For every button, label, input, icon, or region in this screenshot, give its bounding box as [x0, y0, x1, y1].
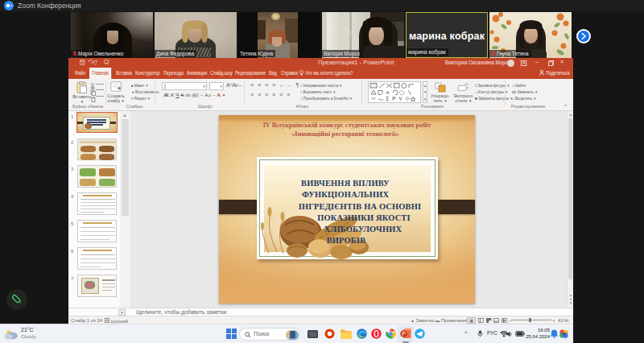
svg-text:P: P — [402, 331, 406, 337]
